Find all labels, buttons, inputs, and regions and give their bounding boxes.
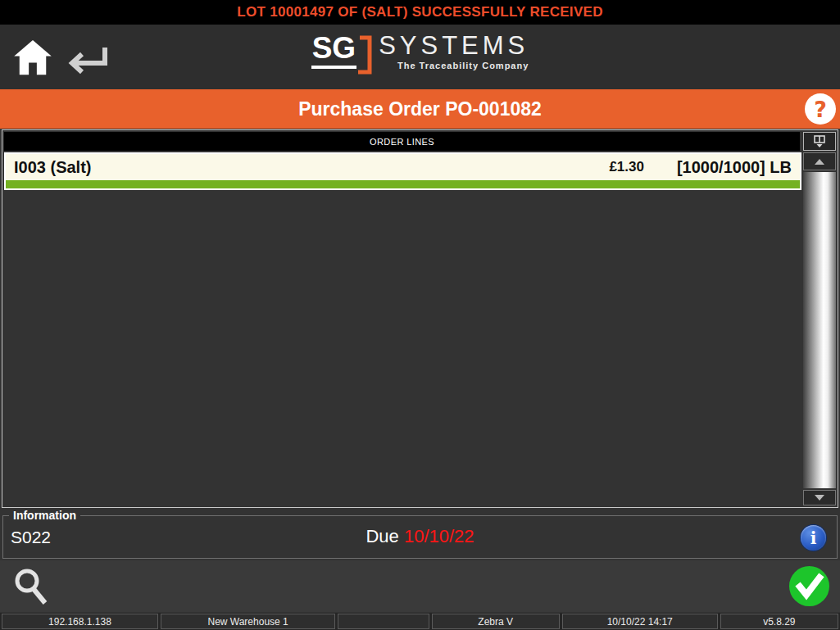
check-icon: [789, 566, 829, 606]
status-warehouse: New Warehouse 1: [161, 614, 335, 629]
order-progress-track: [6, 180, 800, 188]
order-item-name: I003 (Salt): [14, 158, 609, 177]
pin-panel-button[interactable]: [803, 132, 836, 151]
logo-systems-text: SYSTEMS: [379, 33, 529, 59]
confirm-button[interactable]: [789, 566, 829, 606]
order-line-main: I003 (Salt) £1.30 [1000/1000] LB: [6, 154, 800, 180]
page-title: Purchase Order PO-001082: [298, 98, 542, 120]
scrollbar-track[interactable]: [803, 172, 836, 488]
logo-sg-text: SG: [311, 33, 356, 69]
app-screen: LOT 10001497 OF (SALT) SUCCESSFULLY RECE…: [0, 0, 840, 630]
search-icon: [12, 567, 50, 606]
pin-panel-icon: [813, 135, 826, 148]
order-lines-scrollbar: [803, 152, 836, 505]
order-item-price: £1.30: [609, 159, 644, 175]
action-bar: [0, 560, 840, 612]
info-button[interactable]: i: [801, 525, 826, 551]
order-lines-header: ORDER LINES: [4, 132, 800, 151]
information-legend: Information: [9, 509, 80, 522]
logo-tagline: The Traceability Company: [397, 61, 529, 70]
notification-text: LOT 10001497 OF (SALT) SUCCESSFULLY RECE…: [237, 4, 603, 20]
order-line-row[interactable]: I003 (Salt) £1.30 [1000/1000] LB: [4, 152, 801, 190]
scroll-down-icon: [815, 495, 824, 501]
order-progress-fill: [6, 180, 800, 188]
status-bar: 192.168.1.138 New Warehouse 1 Zebra V 10…: [0, 613, 840, 630]
order-item-quantity: [1000/1000] LB: [677, 158, 792, 177]
due-date-value: 10/10/22: [404, 526, 474, 546]
information-groupbox: Information S022 Due 10/10/22 i: [2, 515, 838, 559]
question-mark-icon: ?: [814, 97, 827, 122]
scroll-down-button[interactable]: [803, 490, 836, 505]
sg-systems-logo: SG SYSTEMS The Traceability Company: [0, 33, 840, 75]
status-ip-address: 192.168.1.138: [2, 614, 158, 629]
logo-orange-bracket: [358, 35, 372, 75]
logo-right-block: SYSTEMS The Traceability Company: [379, 33, 529, 70]
due-date-line: Due 10/10/22: [3, 526, 837, 547]
status-empty: [338, 614, 429, 629]
status-datetime: 10/10/22 14:17: [562, 614, 718, 629]
search-button[interactable]: [12, 567, 50, 606]
info-icon: i: [810, 530, 817, 546]
order-lines-header-label: ORDER LINES: [370, 137, 434, 147]
scroll-up-button[interactable]: [803, 152, 836, 170]
notification-banner: LOT 10001497 OF (SALT) SUCCESSFULLY RECE…: [0, 0, 840, 25]
header: SG SYSTEMS The Traceability Company: [0, 25, 840, 89]
scroll-up-icon: [815, 159, 824, 165]
help-button[interactable]: ?: [805, 93, 836, 125]
title-bar: Purchase Order PO-001082 ?: [0, 89, 840, 129]
status-device: Zebra V: [432, 614, 560, 629]
status-version: v5.8.29: [720, 614, 838, 629]
due-label: Due: [366, 526, 403, 546]
order-lines-panel: ORDER LINES I003 (Salt) £1.30 [1000/1000…: [2, 129, 838, 508]
